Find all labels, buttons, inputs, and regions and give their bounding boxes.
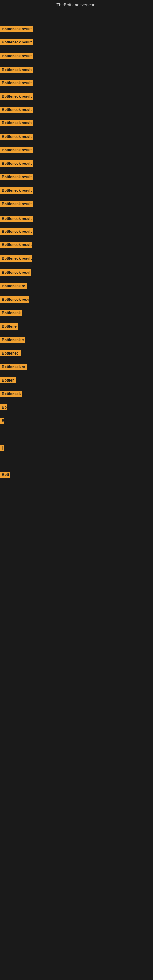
list-item: Bottleneck result bbox=[0, 134, 33, 141]
bottleneck-result-badge[interactable]: Bottleneck result bbox=[0, 107, 33, 113]
list-item: B bbox=[0, 418, 4, 425]
bottleneck-result-badge[interactable]: Bottleneck result bbox=[0, 242, 32, 248]
list-item: Bottleneck result bbox=[0, 39, 33, 46]
bottleneck-result-badge[interactable]: Bottleneck result bbox=[0, 216, 33, 222]
site-header: TheBottlenecker.com bbox=[0, 0, 153, 9]
list-item: Bottleneck result bbox=[0, 147, 33, 154]
list-item: Bottleneck resu bbox=[0, 296, 29, 304]
list-item: Bottleneck result bbox=[0, 80, 33, 87]
list-item: Bottleneck re bbox=[0, 283, 27, 290]
bottleneck-result-badge[interactable]: Bottleneck result bbox=[0, 255, 32, 261]
list-item: Bottleneck result bbox=[0, 201, 33, 208]
bottleneck-result-badge[interactable]: Bottleneck result bbox=[0, 26, 33, 32]
list-item: Bottleneck result bbox=[0, 216, 33, 223]
list-item: Bottleneck result bbox=[0, 229, 33, 236]
list-item: Bottleneck result bbox=[0, 242, 32, 249]
list-item: Bottleneck bbox=[0, 310, 22, 317]
list-item: Bottleneck result bbox=[0, 67, 33, 74]
bottleneck-result-badge[interactable]: Bottleneck c bbox=[0, 337, 25, 343]
bottleneck-result-badge[interactable]: Bottleneck result bbox=[0, 80, 33, 86]
bottleneck-result-badge[interactable]: | bbox=[0, 445, 4, 451]
list-item: Bottlen bbox=[0, 377, 16, 385]
list-item: Bottleneck bbox=[0, 391, 22, 398]
site-title: TheBottlenecker.com bbox=[56, 2, 97, 7]
bottleneck-result-badge[interactable]: Bottlen bbox=[0, 377, 16, 383]
list-item: | bbox=[0, 445, 4, 452]
bottleneck-result-badge[interactable]: Bottleneck result bbox=[0, 94, 33, 100]
list-item: Bottlene bbox=[0, 323, 18, 331]
bottleneck-result-badge[interactable]: Bottleneck result bbox=[0, 174, 33, 180]
bottleneck-result-badge[interactable]: Bottlene bbox=[0, 323, 18, 329]
list-item: Bottleneck result bbox=[0, 120, 33, 127]
bottleneck-result-badge[interactable]: Bottleneck result bbox=[0, 147, 33, 153]
bottleneck-result-badge[interactable]: Bottleneck result bbox=[0, 134, 33, 140]
bottleneck-result-badge[interactable]: Bottleneck result bbox=[0, 53, 33, 59]
bottleneck-result-badge[interactable]: Bottleneck re bbox=[0, 283, 27, 289]
bottleneck-result-badge[interactable]: B bbox=[0, 418, 4, 424]
list-item: Bottleneck result bbox=[0, 94, 33, 101]
bottleneck-result-badge[interactable]: Bott bbox=[0, 472, 10, 478]
list-item: Bo bbox=[0, 404, 7, 412]
bottleneck-result-badge[interactable]: Bottleneck result bbox=[0, 39, 33, 45]
bottleneck-result-badge[interactable]: Bottleneck re bbox=[0, 364, 27, 370]
bottleneck-result-badge[interactable]: Bottleneck result bbox=[0, 201, 33, 207]
list-item: Bottleneck result bbox=[0, 255, 32, 263]
list-item: Bott bbox=[0, 472, 10, 479]
bottleneck-result-badge[interactable]: Bottleneck result bbox=[0, 188, 33, 194]
bottleneck-result-badge[interactable]: Bottleneck result bbox=[0, 120, 33, 126]
bottleneck-result-badge[interactable]: Bottleneck bbox=[0, 391, 22, 397]
list-item: Bottleneck result bbox=[0, 26, 33, 33]
list-item: Bottleneck result bbox=[0, 53, 33, 60]
list-item: Bottleneck result bbox=[0, 107, 33, 114]
bottleneck-result-badge[interactable]: Bottleneck bbox=[0, 310, 22, 316]
bottleneck-result-badge[interactable]: Bottleneck result bbox=[0, 269, 30, 275]
bottleneck-result-badge[interactable]: Bottleneck result bbox=[0, 229, 33, 235]
list-item: Bottlenec bbox=[0, 350, 21, 358]
list-item: Bottleneck result bbox=[0, 161, 33, 168]
bottleneck-result-badge[interactable]: Bottlenec bbox=[0, 350, 21, 356]
bottleneck-result-badge[interactable]: Bottleneck result bbox=[0, 161, 33, 167]
bottleneck-result-badge[interactable]: Bo bbox=[0, 404, 7, 410]
list-item: Bottleneck c bbox=[0, 337, 25, 344]
list-item: Bottleneck result bbox=[0, 188, 33, 195]
bottleneck-result-badge[interactable]: Bottleneck resu bbox=[0, 296, 29, 302]
list-item: Bottleneck result bbox=[0, 174, 33, 181]
list-item: Bottleneck result bbox=[0, 269, 30, 277]
bottleneck-result-badge[interactable]: Bottleneck result bbox=[0, 67, 33, 73]
list-item: Bottleneck re bbox=[0, 364, 27, 371]
